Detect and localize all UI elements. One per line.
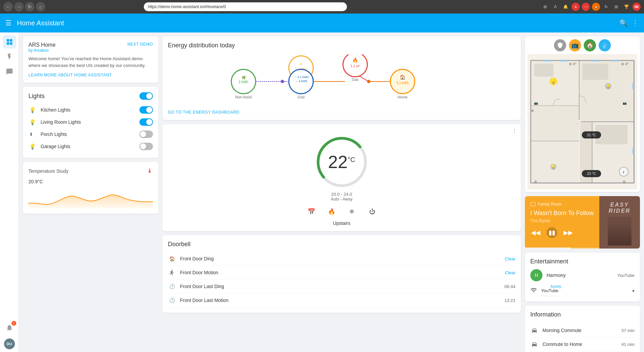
morning-commute-label: Morning Commute [542, 328, 621, 333]
lights-master-toggle[interactable] [139, 92, 153, 100]
extension-icon-trophy[interactable]: 🏆 [622, 3, 630, 11]
floorplan-icons: 📺 🏠 💧 [528, 39, 637, 51]
extension-icon-grid[interactable]: ⊞ [612, 3, 620, 11]
temperature-chart [28, 188, 153, 208]
lights-card: Lights 💡 Kitchen Lights 💡 Living Room Li… [23, 87, 158, 158]
home-button[interactable]: ⌂ [36, 2, 45, 11]
learn-more-link[interactable]: LEARN MORE ABOUT HOME ASSISTANT [28, 73, 153, 77]
extension-icon-2[interactable]: A [551, 3, 559, 11]
search-button[interactable]: 🔍 [619, 19, 628, 27]
demo-description: Welcome home! You've reached the Home As… [28, 55, 153, 69]
svg-text:Non-fossil: Non-fossil [235, 95, 252, 99]
front-door-last-motion-label: Front Door Last Motion [180, 298, 504, 303]
kitchen-lights-icon: 💡 [28, 106, 37, 114]
main-layout: 3 DU ARS Home by Arsaboo NEXT DEMO [0, 32, 644, 352]
svg-rect-67 [612, 60, 618, 62]
floorplan-home-icon[interactable]: 🏠 [584, 39, 596, 51]
more-options-button[interactable]: ⋮ [632, 19, 639, 27]
svg-point-6 [367, 80, 371, 83]
thermostat-menu[interactable]: ⋮ [512, 128, 517, 134]
forward-button[interactable]: → [14, 2, 24, 11]
music-progress-bar [525, 248, 571, 249]
thermostat-power-button[interactable]: ⏻ [366, 206, 378, 218]
url-text: https://demo.home-assistant.io/#/lovelac… [148, 4, 226, 9]
thermostat-schedule-button[interactable]: 📅 [305, 206, 317, 218]
floorplan-tv-icon[interactable]: 📺 [569, 39, 581, 51]
svg-text:🔥: 🔥 [352, 57, 358, 63]
thermostat-flame-button[interactable]: 🔥 [326, 206, 338, 218]
app: ☰ Home Assistant 🔍 ⋮ 3 [0, 14, 644, 352]
extension-icon-red2[interactable]: — [582, 3, 590, 11]
extension-icon-3[interactable]: 🔔 [561, 3, 570, 11]
browser-chrome: ← → ↻ ⌂ https://demo.home-assistant.io/#… [0, 0, 644, 14]
front-door-ding-clear[interactable]: Clear [505, 256, 515, 261]
svg-text:21 °C: 21 °C [587, 133, 596, 137]
sidebar-item-dashboard[interactable] [3, 35, 16, 49]
floorplan-water-icon[interactable]: 💧 [599, 39, 611, 51]
music-room: Family Room [530, 202, 596, 207]
sidebar-item-history[interactable] [3, 65, 16, 78]
lights-header: Lights [28, 92, 153, 100]
svg-text:💡: 💡 [551, 164, 556, 169]
thermostat-fan-button[interactable]: ❄ [346, 206, 358, 218]
svg-rect-68 [632, 83, 634, 90]
list-item: 🏠 Front Door Ding Clear [168, 252, 515, 266]
extension-icon-red[interactable]: ● [572, 3, 580, 11]
svg-rect-42 [534, 64, 553, 76]
front-door-ding-label: Front Door Ding [180, 256, 505, 261]
front-door-motion-clear[interactable]: Clear [505, 270, 515, 275]
svg-text:Grid: Grid [297, 95, 305, 99]
svg-rect-69 [632, 147, 634, 154]
next-track-button[interactable]: ▶▶ [563, 227, 574, 238]
thermometer-icon: 🌡 [147, 167, 153, 174]
extension-icon-refresh[interactable]: ↻ [602, 3, 610, 11]
album-art: easy rider [599, 196, 640, 249]
commute-home-value: 41 min [621, 342, 635, 347]
living-room-lights-toggle[interactable] [139, 118, 153, 126]
svg-rect-64 [544, 60, 550, 62]
svg-text:Home: Home [398, 95, 407, 99]
next-demo-button[interactable]: NEXT DEMO [127, 42, 153, 47]
demo-subtitle[interactable]: by Arsaboo [28, 48, 55, 53]
thermostat-dial: 22°C [315, 135, 369, 189]
morning-commute-icon [530, 326, 538, 334]
music-song-title: I Wasn't Born To Follow [530, 210, 596, 217]
refresh-button[interactable]: ↻ [25, 2, 35, 11]
front-door-ding-icon: 🏠 [168, 255, 176, 263]
music-content: Family Room I Wasn't Born To Follow The … [525, 196, 640, 249]
menu-button[interactable]: ☰ [5, 19, 12, 27]
extension-icon-orange[interactable]: ● [592, 3, 600, 11]
address-bar[interactable]: https://demo.home-assistant.io/#/lovelac… [144, 2, 347, 11]
go-energy-link[interactable]: GO TO THE ENERGY DASHBOARD [168, 110, 240, 115]
porch-lights-toggle[interactable] [139, 131, 153, 138]
list-item: 💡 Garage Lights [28, 140, 153, 152]
svg-text:🌿: 🌿 [242, 75, 246, 80]
garage-lights-icon: 💡 [28, 142, 37, 150]
thermostat-mode: Auto - Away [168, 197, 515, 202]
demo-title: ARS Home [28, 42, 55, 48]
app-header: ☰ Home Assistant 🔍 ⋮ [0, 14, 644, 32]
sidebar-item-energy[interactable] [3, 50, 16, 64]
info-security-column: Information Morning Commute 37 min [525, 306, 640, 352]
svg-rect-0 [30, 133, 32, 136]
svg-rect-65 [560, 60, 566, 62]
thermostat-temp: 22°C [328, 153, 355, 171]
floorplan-security-icon[interactable] [554, 39, 566, 51]
svg-rect-70 [578, 120, 581, 123]
back-button[interactable]: ← [3, 2, 13, 11]
kitchen-lights-toggle[interactable] [139, 106, 153, 114]
thermostat-controls: 📅 🔥 ❄ ⏻ [168, 206, 515, 218]
browser-avatar[interactable]: Mi [632, 3, 641, 11]
floorplan-svg: 💡 💡 💡 ⚙ 4° ⚙ 4° [528, 54, 637, 189]
morning-commute-value: 37 min [621, 328, 635, 333]
user-avatar[interactable]: DU [4, 338, 15, 349]
demo-info: ARS Home by Arsaboo [28, 42, 55, 53]
pause-button[interactable]: ▮▮ [547, 227, 557, 238]
notification-badge[interactable]: 3 [3, 321, 16, 336]
energy-card: Energy distribution today [162, 37, 521, 120]
garage-lights-toggle[interactable] [139, 143, 153, 150]
previous-track-button[interactable]: ◀◀ [530, 227, 541, 238]
extension-icon-1[interactable]: ⊞ [541, 3, 549, 11]
temperature-unit: °C [38, 179, 43, 184]
svg-point-5 [281, 80, 284, 83]
